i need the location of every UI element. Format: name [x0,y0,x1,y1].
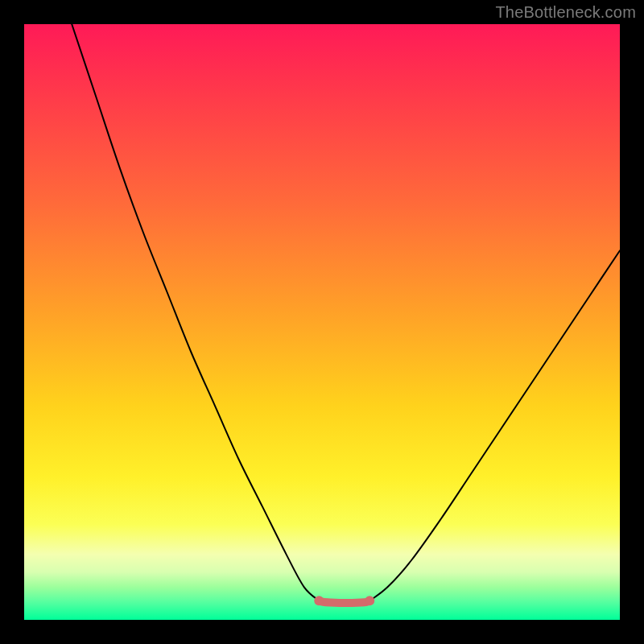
curve-left-branch [72,24,319,601]
svg-point-1 [365,596,374,605]
watermark-label: TheBottleneck.com [495,3,636,22]
svg-point-0 [314,596,324,605]
chart-plot-area [24,24,620,620]
chart-frame: TheBottleneck.com [0,0,644,644]
curve-right-branch [369,250,620,601]
chart-overlay [24,24,620,620]
valley-marker [314,596,374,605]
